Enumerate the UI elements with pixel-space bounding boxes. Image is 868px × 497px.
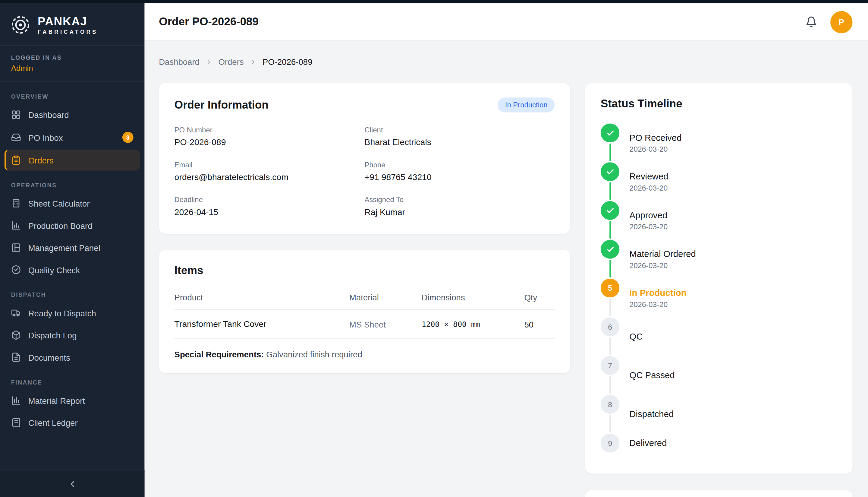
sidebar-item-quality-check[interactable]: Quality Check — [4, 259, 140, 281]
step-status-circle: 5 — [601, 279, 619, 297]
field-value: PO-2026-089 — [175, 138, 365, 147]
sidebar-item-label: Dashboard — [28, 110, 133, 119]
step-date: 2026-03-20 — [629, 223, 667, 231]
step-label: Delivered — [629, 438, 667, 449]
breadcrumb-orders[interactable]: Orders — [218, 56, 244, 68]
items-table-row: Transformer Tank CoverMS Sheet1200 × 800… — [175, 310, 555, 339]
items-table-header: ProductMaterialDimensionsQty — [175, 289, 555, 310]
step-status-circle: 6 — [601, 317, 619, 336]
breadcrumb-dashboard[interactable]: Dashboard — [159, 56, 200, 68]
next-card-partial — [585, 491, 852, 497]
status-timeline-card: Status Timeline PO Received2026-03-20Rev… — [585, 83, 852, 474]
timeline-step-in-production: 5In Production2026-03-20 — [601, 279, 837, 317]
sidebar-footer — [0, 470, 144, 497]
logged-in-label: LOGGED IN AS — [11, 54, 133, 61]
collapse-sidebar-button[interactable] — [67, 479, 77, 489]
column-header-material: Material — [349, 293, 422, 302]
sidebar-item-material-report[interactable]: Material Report — [4, 390, 140, 411]
step-status-circle — [601, 124, 619, 142]
field-label: Assigned To — [364, 196, 555, 204]
field-value: Raj Kumar — [364, 207, 555, 217]
step-status-circle: 7 — [601, 356, 619, 375]
sidebar-item-dashboard[interactable]: Dashboard — [4, 104, 140, 125]
dashboard-icon — [11, 110, 21, 120]
order-status-badge: In Production — [498, 97, 555, 113]
check-icon — [606, 206, 614, 215]
breadcrumb-po-2026-089: PO-2026-089 — [263, 56, 312, 68]
timeline-step-delivered: 9Delivered — [601, 434, 837, 452]
brand-logo-icon — [10, 14, 31, 36]
content-columns: Order Information In Production PO Numbe… — [159, 83, 852, 497]
right-column: Status Timeline PO Received2026-03-20Rev… — [585, 83, 852, 497]
brand-tagline: FABRICATORS — [38, 29, 98, 35]
cell-product: Transformer Tank Cover — [175, 319, 349, 329]
step-status-circle: 9 — [601, 434, 619, 452]
field-value: 2026-04-15 — [175, 207, 365, 217]
step-label: Material Ordered — [629, 249, 696, 260]
step-number: 6 — [608, 323, 612, 331]
order-card-title: Order Information — [175, 99, 268, 111]
step-texts: Dispatched — [629, 395, 674, 434]
items-card: Items ProductMaterialDimensionsQty Trans… — [159, 250, 570, 373]
sidebar-item-label: Management Panel — [28, 243, 133, 252]
sidebar-item-label: Documents — [28, 353, 133, 362]
inbox-icon — [11, 132, 21, 142]
documents-icon — [11, 352, 21, 362]
sidebar-item-po-inbox[interactable]: PO Inbox3 — [4, 126, 140, 148]
sidebar-item-client-ledger[interactable]: Client Ledger — [4, 412, 140, 434]
timeline-rail: 8 — [601, 395, 619, 434]
column-header-dimensions: Dimensions — [422, 293, 525, 302]
timeline-step-dispatched: 8Dispatched — [601, 395, 837, 434]
check-icon — [606, 245, 614, 254]
step-texts: Delivered — [629, 434, 667, 452]
sidebar-section-operations: OPERATIONSSheet CalculatorProduction Boa… — [0, 182, 144, 280]
sidebar-item-management-panel[interactable]: Management Panel — [4, 237, 140, 258]
timeline-step-reviewed: Reviewed2026-03-20 — [601, 162, 837, 201]
step-number: 9 — [608, 439, 612, 448]
cell-material: MS Sheet — [349, 320, 422, 329]
timeline-rail: 6 — [601, 317, 619, 356]
sidebar-section-finance: FINANCEMaterial ReportClient Ledger — [0, 379, 144, 433]
user-avatar[interactable]: P — [830, 11, 852, 33]
timeline-step-qc: 6QC — [601, 317, 837, 356]
timeline-step-approved: Approved2026-03-20 — [601, 201, 837, 240]
sidebar-item-label: Sheet Calculator — [28, 198, 133, 208]
step-texts: QC — [629, 317, 643, 356]
management-icon — [11, 242, 21, 252]
step-texts: QC Passed — [629, 356, 675, 395]
timeline-connector — [609, 221, 611, 239]
timeline-step-qc-passed: 7QC Passed — [601, 356, 837, 395]
timeline-rail — [601, 240, 619, 279]
step-date: 2026-03-20 — [629, 145, 681, 154]
field-label: Phone — [364, 161, 555, 169]
sidebar-item-orders[interactable]: Orders — [4, 150, 140, 171]
step-texts: Approved2026-03-20 — [629, 201, 667, 240]
items-table-body: Transformer Tank CoverMS Sheet1200 × 800… — [175, 310, 555, 339]
field-value: Bharat Electricals — [364, 138, 555, 147]
quality-icon — [11, 265, 21, 275]
sidebar-item-dispatch-log[interactable]: Dispatch Log — [4, 325, 140, 345]
step-status-circle — [601, 162, 619, 181]
breadcrumb: DashboardOrdersPO-2026-089 — [159, 56, 852, 68]
check-icon — [606, 168, 614, 176]
sidebar-item-ready-to-dispatch[interactable]: Ready to Dispatch — [4, 302, 140, 324]
calculator-icon — [11, 198, 21, 208]
sidebar-section-label: FINANCE — [11, 379, 133, 385]
sidebar-item-production-board[interactable]: Production Board — [4, 215, 140, 236]
ledger-icon — [11, 418, 21, 428]
sidebar-item-sheet-calculator[interactable]: Sheet Calculator — [4, 193, 140, 214]
timeline-steps: PO Received2026-03-20Reviewed2026-03-20A… — [601, 124, 837, 453]
timeline-connector — [609, 182, 611, 200]
timeline-rail — [601, 201, 619, 240]
field-label: PO Number — [175, 126, 365, 134]
notifications-bell-icon[interactable] — [805, 16, 817, 28]
step-date: 2026-03-20 — [629, 261, 696, 270]
topbar: Order PO-2026-089 P — [144, 0, 868, 41]
step-number: 8 — [608, 400, 612, 409]
step-date: 2026-03-20 — [629, 300, 686, 309]
sidebar-section-dispatch: DISPATCHReady to DispatchDispatch LogDoc… — [0, 291, 144, 368]
timeline-connector — [609, 415, 611, 433]
sidebar-item-documents[interactable]: Documents — [4, 347, 140, 368]
sidebar-section-label: OPERATIONS — [11, 182, 133, 188]
step-status-circle: 8 — [601, 395, 619, 414]
